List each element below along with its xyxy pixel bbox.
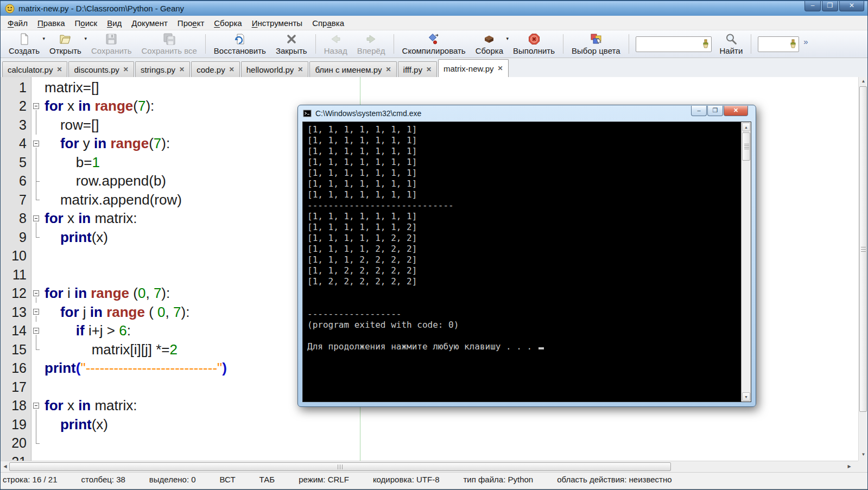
code-line: 20 bbox=[1, 434, 849, 453]
cmd-scrollbar-thumb[interactable] bbox=[742, 132, 750, 161]
menu-item-project[interactable]: Проект bbox=[173, 17, 209, 29]
code-token: row=[] bbox=[45, 117, 99, 133]
tab-strings.py[interactable]: strings.py✕ bbox=[135, 61, 190, 77]
code-token: row.append(b) bbox=[45, 173, 166, 189]
toolbar-execute-button[interactable]: Выполнить bbox=[508, 31, 560, 57]
fold-margin-cell bbox=[31, 209, 41, 228]
console-line: [1, 1, 1, 1, 2, 2, 2] bbox=[307, 244, 741, 254]
cmd-title-bar[interactable]: C:\Windows\system32\cmd.exe – ❐ ✕ bbox=[298, 105, 756, 122]
fold-margin-cell bbox=[31, 190, 41, 209]
menu-item-file[interactable]: Файл bbox=[3, 17, 33, 29]
code-token: x bbox=[64, 397, 78, 413]
menu-item-edit[interactable]: Правка bbox=[33, 17, 70, 29]
fold-toggle-icon[interactable] bbox=[33, 215, 39, 221]
toolbar-find-button[interactable]: Найти bbox=[715, 31, 748, 57]
code-token: ( bbox=[129, 285, 138, 301]
fold-toggle-icon[interactable] bbox=[33, 328, 39, 334]
cmd-minimize-button[interactable]: – bbox=[691, 106, 707, 116]
tab-close-icon[interactable]: ✕ bbox=[229, 66, 235, 73]
line-number: 19 bbox=[1, 417, 31, 432]
horizontal-scrollbar-thumb[interactable] bbox=[9, 462, 671, 471]
code-token: range bbox=[91, 285, 129, 301]
fold-margin-cell bbox=[31, 153, 41, 172]
toolbar-open-button[interactable]: ▾Открыть bbox=[45, 31, 86, 57]
toolbar-compile-label: Скомпилировать bbox=[402, 46, 466, 55]
tab-label: code.py bbox=[197, 65, 225, 74]
code-token: in bbox=[74, 285, 87, 301]
tab-close-icon[interactable]: ✕ bbox=[386, 66, 391, 73]
menu-bar: ФайлПравкаПоискВидДокументПроектСборкаИн… bbox=[1, 16, 867, 30]
tab-close-icon[interactable]: ✕ bbox=[426, 66, 432, 73]
menu-item-build[interactable]: Сборка bbox=[209, 17, 246, 29]
tab-helloworld.py[interactable]: helloworld.py✕ bbox=[241, 61, 309, 77]
code-token: matrix[i][j] *= bbox=[45, 341, 169, 358]
console-line: (program exited with code: 0) bbox=[307, 320, 741, 330]
menu-item-tools[interactable]: Инструменты bbox=[247, 17, 308, 29]
toolbar-compile-button[interactable]: Скомпилировать bbox=[397, 31, 471, 57]
fold-toggle-icon[interactable] bbox=[33, 141, 39, 147]
tab-discounts.py[interactable]: discounts.py✕ bbox=[68, 61, 134, 77]
brush-icon[interactable] bbox=[789, 39, 797, 49]
tab-close-icon[interactable]: ✕ bbox=[297, 66, 303, 73]
tab-label: блин с именем.py bbox=[315, 65, 382, 74]
brush-icon[interactable] bbox=[702, 39, 709, 49]
scroll-left-arrow-icon[interactable]: ◀ bbox=[1, 462, 9, 471]
console-line: [1, 1, 2, 2, 2, 2, 2] bbox=[307, 265, 741, 276]
editor-horizontal-scrollbar[interactable]: ◀ ▶ bbox=[1, 461, 860, 472]
tab-close-icon[interactable]: ✕ bbox=[498, 65, 503, 72]
save-icon bbox=[105, 33, 118, 46]
code-token: i bbox=[64, 285, 74, 301]
cmd-scroll-down-arrow-icon[interactable]: ▼ bbox=[742, 392, 750, 401]
cmd-app-icon bbox=[303, 109, 312, 118]
console-output: [1, 1, 1, 1, 1, 1, 1][1, 1, 1, 1, 1, 1, … bbox=[303, 122, 741, 402]
toolbar-color-chooser-button[interactable]: Выбор цвета bbox=[567, 31, 625, 57]
scroll-up-arrow-icon[interactable]: ▲ bbox=[859, 77, 868, 86]
execute-icon bbox=[528, 33, 541, 46]
fold-toggle-icon[interactable] bbox=[33, 403, 39, 409]
toolbar-revert-button[interactable]: Восстановить bbox=[209, 31, 271, 57]
line-number: 21 bbox=[1, 454, 31, 461]
code-token: print bbox=[60, 416, 92, 432]
vertical-scrollbar-thumb[interactable] bbox=[859, 86, 867, 412]
menu-item-help[interactable]: Справка bbox=[307, 17, 349, 29]
cmd-close-button[interactable]: ✕ bbox=[724, 106, 748, 116]
tab-блин с именем.py[interactable]: блин с именем.py✕ bbox=[309, 61, 396, 77]
tab-code.py[interactable]: code.py✕ bbox=[191, 61, 240, 77]
tab-ifff.py[interactable]: ifff.py✕ bbox=[398, 61, 437, 77]
menu-item-view[interactable]: Вид bbox=[102, 17, 126, 29]
toolbar-build-button[interactable]: ▾Сборка bbox=[471, 31, 508, 57]
cmd-scroll-up-arrow-icon[interactable]: ▲ bbox=[742, 123, 750, 131]
toolbar-new-button[interactable]: ▾Создать bbox=[4, 31, 45, 57]
console-line: [1, 1, 1, 1, 1, 1, 1] bbox=[307, 124, 741, 135]
console-line: [1, 2, 2, 2, 2, 2, 2] bbox=[307, 276, 741, 287]
tab-calculator.py[interactable]: calculator.py✕ bbox=[2, 61, 67, 77]
line-number: 14 bbox=[1, 323, 31, 339]
cmd-scrollbar[interactable]: ▲ ▼ bbox=[741, 122, 751, 402]
line-number: 4 bbox=[1, 136, 31, 151]
code-token: 6 bbox=[119, 322, 126, 339]
close-button[interactable]: ✕ bbox=[839, 1, 864, 11]
code-token: x bbox=[64, 98, 78, 114]
search-input[interactable] bbox=[636, 36, 712, 52]
code-text: print(x) bbox=[41, 416, 108, 433]
title-bar[interactable]: matrix-new.py - D:\Classroom\Python - Ge… bbox=[1, 1, 867, 16]
menu-item-document[interactable]: Документ bbox=[126, 17, 173, 29]
maximize-button[interactable]: ❐ bbox=[822, 1, 838, 11]
minimize-button[interactable]: – bbox=[804, 1, 821, 11]
tab-close-icon[interactable]: ✕ bbox=[56, 66, 62, 73]
cmd-maximize-button[interactable]: ❐ bbox=[707, 106, 723, 116]
tab-matrix-new.py[interactable]: matrix-new.py✕ bbox=[438, 59, 509, 77]
scroll-right-arrow-icon[interactable]: ▶ bbox=[845, 462, 853, 471]
fold-toggle-icon[interactable] bbox=[33, 309, 39, 315]
fold-toggle-icon[interactable] bbox=[33, 290, 39, 296]
tab-close-icon[interactable]: ✕ bbox=[123, 66, 129, 73]
editor-vertical-scrollbar[interactable]: ▲ ▼ bbox=[858, 77, 867, 461]
fold-toggle-icon[interactable] bbox=[33, 103, 39, 109]
code-token: : bbox=[127, 322, 131, 339]
menu-item-search[interactable]: Поиск bbox=[70, 17, 103, 29]
tab-close-icon[interactable]: ✕ bbox=[179, 66, 185, 73]
scroll-down-arrow-icon[interactable]: ▼ bbox=[859, 450, 868, 459]
toolbar-overflow-chevron-icon[interactable]: » bbox=[803, 37, 808, 46]
code-token: for bbox=[60, 304, 79, 320]
toolbar-close-button[interactable]: Закрыть bbox=[271, 31, 312, 57]
